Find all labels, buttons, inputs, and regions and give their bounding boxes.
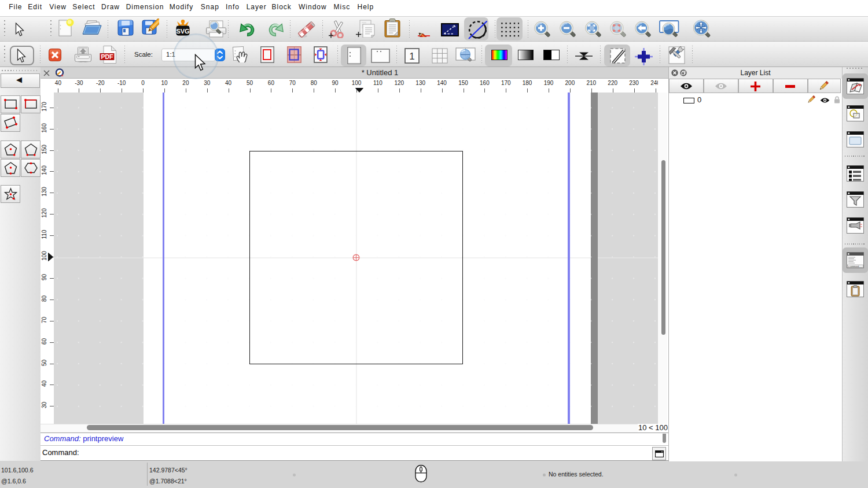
svg-text:PDF: PDF bbox=[101, 53, 114, 60]
svg-text:1: 1 bbox=[409, 51, 414, 62]
svg-text:SVG: SVG bbox=[176, 28, 189, 35]
svg-text:c command: c command bbox=[848, 265, 859, 268]
